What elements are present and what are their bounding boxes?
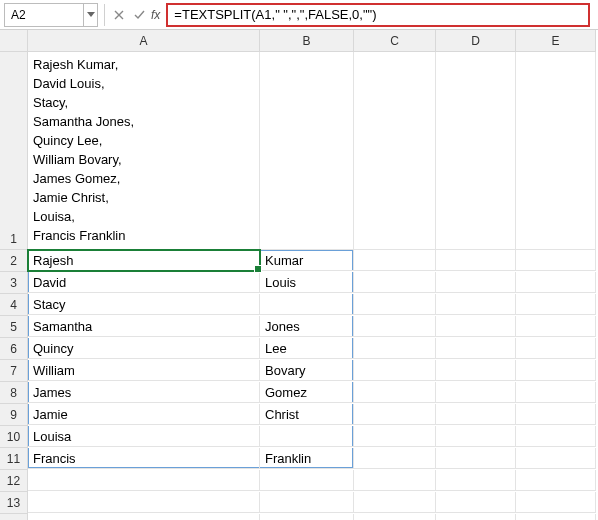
cell-a1[interactable]: Rajesh Kumar, David Louis, Stacy, Samant…: [28, 52, 260, 250]
name-box[interactable]: A2: [4, 3, 84, 27]
cell[interactable]: [436, 360, 516, 381]
cell-b1[interactable]: [260, 52, 354, 250]
cell[interactable]: [260, 294, 354, 315]
col-header-d[interactable]: D: [436, 30, 516, 52]
col-header-a[interactable]: A: [28, 30, 260, 52]
formula-input[interactable]: =TEXTSPLIT(A1," ",",",FALSE,0,""): [166, 3, 590, 27]
col-header-b[interactable]: B: [260, 30, 354, 52]
cell[interactable]: [260, 514, 354, 520]
cell[interactable]: [436, 514, 516, 520]
cell[interactable]: Quincy: [28, 338, 260, 359]
row-header[interactable]: 14: [0, 514, 28, 520]
cell[interactable]: Samantha: [28, 316, 260, 337]
cell[interactable]: [354, 492, 436, 513]
cell[interactable]: [354, 294, 436, 315]
cell[interactable]: Francis: [28, 448, 260, 469]
row-header[interactable]: 3: [0, 272, 28, 294]
x-icon: [114, 10, 124, 20]
cancel-button[interactable]: [109, 4, 129, 26]
cell[interactable]: [354, 382, 436, 403]
cell[interactable]: [516, 316, 596, 337]
cell[interactable]: [354, 272, 436, 293]
cell[interactable]: Christ: [260, 404, 354, 425]
cell-a2[interactable]: Rajesh: [28, 250, 260, 271]
cell[interactable]: [28, 492, 260, 513]
col-header-c[interactable]: C: [354, 30, 436, 52]
select-all-corner[interactable]: [0, 30, 28, 52]
cell[interactable]: [516, 426, 596, 447]
cell[interactable]: [516, 338, 596, 359]
row-header[interactable]: 4: [0, 294, 28, 316]
cell[interactable]: [354, 316, 436, 337]
row-header[interactable]: 5: [0, 316, 28, 338]
row-header[interactable]: 8: [0, 382, 28, 404]
cell[interactable]: [436, 382, 516, 403]
cell[interactable]: James: [28, 382, 260, 403]
cell[interactable]: [354, 514, 436, 520]
cell[interactable]: [260, 426, 354, 447]
cell[interactable]: [516, 250, 596, 271]
row-header[interactable]: 12: [0, 470, 28, 492]
row-header[interactable]: 7: [0, 360, 28, 382]
cell[interactable]: [436, 338, 516, 359]
cell[interactable]: [436, 426, 516, 447]
fx-label[interactable]: fx: [151, 8, 160, 22]
cell[interactable]: Bovary: [260, 360, 354, 381]
cell[interactable]: [260, 470, 354, 491]
cell[interactable]: Jones: [260, 316, 354, 337]
cell[interactable]: [28, 470, 260, 491]
name-box-dropdown[interactable]: [84, 3, 98, 27]
cell[interactable]: [354, 426, 436, 447]
row-header[interactable]: 10: [0, 426, 28, 448]
cell[interactable]: [354, 404, 436, 425]
check-icon: [134, 10, 145, 20]
cell[interactable]: [436, 492, 516, 513]
cell[interactable]: [354, 338, 436, 359]
chevron-down-icon: [87, 12, 95, 17]
cell[interactable]: Stacy: [28, 294, 260, 315]
row-header[interactable]: 11: [0, 448, 28, 470]
cell[interactable]: William: [28, 360, 260, 381]
row-header[interactable]: 1: [0, 52, 28, 250]
row-header[interactable]: 2: [0, 250, 28, 272]
cell[interactable]: [516, 294, 596, 315]
cell[interactable]: [516, 404, 596, 425]
cell[interactable]: Louisa: [28, 426, 260, 447]
cell[interactable]: Gomez: [260, 382, 354, 403]
row-header[interactable]: 13: [0, 492, 28, 514]
cell[interactable]: [516, 470, 596, 491]
enter-button[interactable]: [129, 4, 149, 26]
cell[interactable]: [260, 492, 354, 513]
cell[interactable]: [354, 360, 436, 381]
cell[interactable]: [436, 272, 516, 293]
row-header[interactable]: 9: [0, 404, 28, 426]
cell[interactable]: [516, 272, 596, 293]
row-header[interactable]: 6: [0, 338, 28, 360]
cell[interactable]: Louis: [260, 272, 354, 293]
cell-b2[interactable]: Kumar: [260, 250, 354, 271]
cell[interactable]: [516, 448, 596, 469]
cell[interactable]: [354, 470, 436, 491]
name-box-ref: A2: [11, 8, 77, 22]
cell-e1[interactable]: [516, 52, 596, 250]
cell[interactable]: Lee: [260, 338, 354, 359]
cell[interactable]: [436, 294, 516, 315]
cell[interactable]: [28, 514, 260, 520]
cell[interactable]: Jamie: [28, 404, 260, 425]
cell-c1[interactable]: [354, 52, 436, 250]
cell[interactable]: [436, 250, 516, 271]
cell[interactable]: [516, 360, 596, 381]
cell[interactable]: David: [28, 272, 260, 293]
cell[interactable]: [354, 250, 436, 271]
cell[interactable]: [354, 448, 436, 469]
cell[interactable]: [516, 382, 596, 403]
cell[interactable]: Franklin: [260, 448, 354, 469]
cell-d1[interactable]: [436, 52, 516, 250]
cell[interactable]: [516, 492, 596, 513]
cell[interactable]: [436, 404, 516, 425]
col-header-e[interactable]: E: [516, 30, 596, 52]
cell[interactable]: [436, 470, 516, 491]
cell[interactable]: [436, 316, 516, 337]
cell[interactable]: [516, 514, 596, 520]
cell[interactable]: [436, 448, 516, 469]
